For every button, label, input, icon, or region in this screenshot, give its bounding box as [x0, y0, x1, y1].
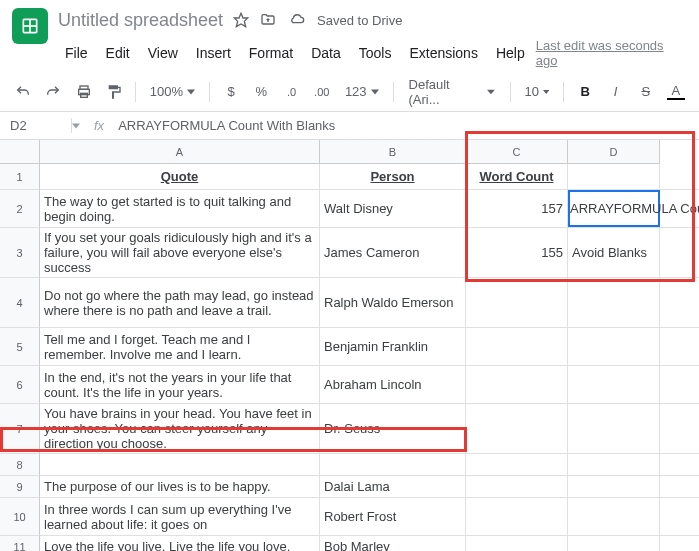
menu-help[interactable]: Help — [489, 41, 532, 65]
cell[interactable] — [320, 454, 466, 475]
row-header[interactable]: 2 — [0, 190, 40, 228]
cell[interactable] — [466, 404, 568, 453]
cell[interactable]: The way to get started is to quit talkin… — [40, 190, 320, 227]
cell[interactable]: James Cameron — [320, 228, 466, 277]
cell[interactable]: Avoid Blanks — [568, 228, 660, 277]
row-header[interactable]: 6 — [0, 366, 40, 404]
cell[interactable] — [568, 476, 660, 497]
menu-data[interactable]: Data — [304, 41, 348, 65]
cloud-saved-icon[interactable] — [287, 12, 307, 28]
cell[interactable] — [568, 278, 660, 327]
print-button[interactable] — [70, 78, 96, 106]
cell[interactable] — [568, 536, 660, 551]
cell[interactable]: Person — [320, 164, 466, 189]
cell[interactable] — [466, 536, 568, 551]
move-to-folder-icon[interactable] — [259, 12, 277, 28]
col-header-c[interactable]: C — [466, 140, 568, 164]
cell[interactable] — [568, 404, 660, 453]
row-header[interactable]: 9 — [0, 476, 40, 498]
percent-button[interactable]: % — [248, 78, 274, 106]
cell[interactable]: Robert Frost — [320, 498, 466, 535]
separator — [135, 82, 136, 102]
col-header-a[interactable]: A — [40, 140, 320, 164]
cell-reference[interactable]: D2 — [10, 118, 72, 133]
col-header-b[interactable]: B — [320, 140, 466, 164]
cell[interactable] — [568, 164, 660, 189]
decrease-decimal-button[interactable]: .0 — [278, 78, 304, 106]
toolbar: 100% $ % .0 .00 123 Default (Ari... 10 B… — [0, 72, 699, 112]
menu-insert[interactable]: Insert — [189, 41, 238, 65]
menu-extensions[interactable]: Extensions — [402, 41, 484, 65]
cell[interactable] — [466, 328, 568, 365]
cell[interactable]: 157 — [466, 190, 568, 227]
menu-file[interactable]: File — [58, 41, 95, 65]
menu-tools[interactable]: Tools — [352, 41, 399, 65]
redo-button[interactable] — [40, 78, 66, 106]
selected-cell[interactable]: ARRAYFORMULA Count With Blanks — [568, 190, 660, 227]
font-size-select[interactable]: 10 — [518, 79, 555, 105]
cell[interactable] — [40, 454, 320, 475]
cell[interactable]: Quote — [40, 164, 320, 189]
cell[interactable]: In the end, it's not the years in your l… — [40, 366, 320, 403]
cell[interactable] — [466, 366, 568, 403]
row-header[interactable]: 7 — [0, 404, 40, 454]
row-header[interactable]: 3 — [0, 228, 40, 278]
separator — [209, 82, 210, 102]
menu-edit[interactable]: Edit — [99, 41, 137, 65]
font-select[interactable]: Default (Ari... — [402, 79, 502, 105]
cell[interactable]: Love the life you live. Live the life yo… — [40, 536, 320, 551]
row-header[interactable]: 10 — [0, 498, 40, 536]
cell[interactable]: Dalai Lama — [320, 476, 466, 497]
cell[interactable]: 155 — [466, 228, 568, 277]
cell[interactable]: Ralph Waldo Emerson — [320, 278, 466, 327]
sheets-logo[interactable] — [12, 8, 48, 44]
bold-button[interactable]: B — [572, 78, 598, 106]
chevron-down-icon[interactable] — [72, 122, 80, 130]
row-header[interactable]: 5 — [0, 328, 40, 366]
more-formats-select[interactable]: 123 — [339, 79, 385, 105]
cell[interactable] — [466, 498, 568, 535]
fx-label: fx — [80, 118, 118, 133]
cell[interactable]: Walt Disney — [320, 190, 466, 227]
sheets-icon — [20, 16, 40, 36]
cell[interactable]: The purpose of our lives is to be happy. — [40, 476, 320, 497]
cell[interactable]: Dr. Seuss — [320, 404, 466, 453]
spreadsheet-grid: 1234567891011 A B C D Quote Person Word … — [0, 140, 699, 551]
doc-title[interactable]: Untitled spreadsheet — [58, 10, 223, 31]
cell[interactable]: In three words I can sum up everything I… — [40, 498, 320, 535]
cell[interactable] — [568, 454, 660, 475]
menu-view[interactable]: View — [141, 41, 185, 65]
row-header[interactable]: 11 — [0, 536, 40, 551]
row-header[interactable]: 1 — [0, 164, 40, 190]
cell[interactable]: Benjamin Franklin — [320, 328, 466, 365]
cell[interactable] — [466, 454, 568, 475]
cell[interactable]: Abraham Lincoln — [320, 366, 466, 403]
row-header[interactable]: 8 — [0, 454, 40, 476]
menu-format[interactable]: Format — [242, 41, 300, 65]
last-edit-link[interactable]: Last edit was seconds ago — [536, 38, 687, 68]
cell[interactable]: If you set your goals ridiculously high … — [40, 228, 320, 277]
undo-button[interactable] — [10, 78, 36, 106]
cell[interactable] — [568, 366, 660, 403]
zoom-select[interactable]: 100% — [144, 79, 201, 105]
text-color-button[interactable]: A — [663, 78, 689, 106]
cell[interactable]: Do not go where the path may lead, go in… — [40, 278, 320, 327]
cell[interactable] — [466, 476, 568, 497]
cell[interactable]: Word Count — [466, 164, 568, 189]
cell[interactable]: You have brains in your head. You have f… — [40, 404, 320, 453]
formula-content[interactable]: ARRAYFORMULA Count With Blanks — [118, 118, 335, 133]
currency-button[interactable]: $ — [218, 78, 244, 106]
col-header-d[interactable]: D — [568, 140, 660, 164]
star-icon[interactable] — [233, 12, 249, 28]
cell[interactable]: Tell me and I forget. Teach me and I rem… — [40, 328, 320, 365]
strikethrough-button[interactable]: S — [633, 78, 659, 106]
cell[interactable] — [466, 278, 568, 327]
italic-button[interactable]: I — [602, 78, 628, 106]
cell[interactable] — [568, 498, 660, 535]
paint-format-button[interactable] — [101, 78, 127, 106]
select-all-corner[interactable] — [0, 140, 40, 164]
increase-decimal-button[interactable]: .00 — [309, 78, 335, 106]
cell[interactable] — [568, 328, 660, 365]
cell[interactable]: Bob Marley — [320, 536, 466, 551]
row-header[interactable]: 4 — [0, 278, 40, 328]
